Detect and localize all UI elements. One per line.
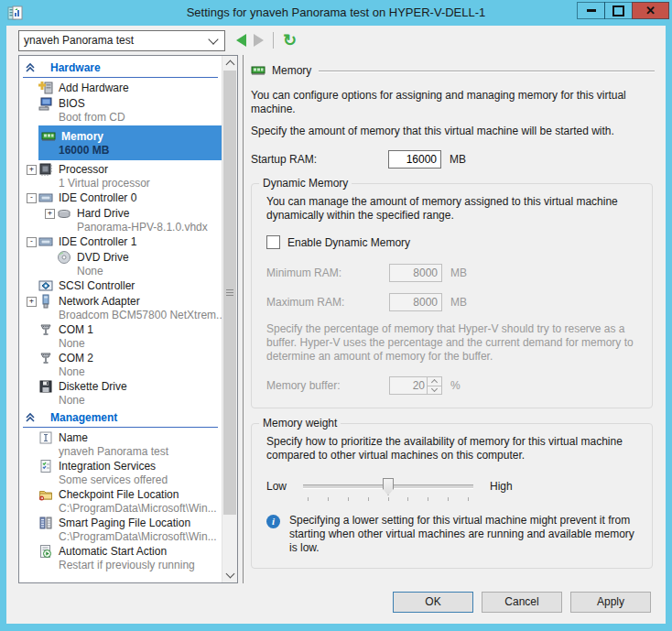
expand-toggle[interactable]: - xyxy=(27,237,38,247)
hard-drive-icon xyxy=(57,206,71,221)
forward-button[interactable] xyxy=(254,34,264,47)
memory-icon xyxy=(41,129,56,144)
item-label: Name xyxy=(59,431,88,444)
sidebar-item-bios[interactable]: BIOS xyxy=(27,96,222,111)
selected-row: Memory xyxy=(38,128,222,144)
slider-ticks xyxy=(308,497,469,501)
back-button[interactable] xyxy=(236,34,246,47)
item-sublabel: 1 Virtual processor xyxy=(59,177,222,190)
add-hardware-icon xyxy=(38,81,53,95)
section-label: Hardware xyxy=(50,61,101,74)
sidebar-item-add-hardware[interactable]: Add Hardware xyxy=(27,81,222,95)
maximum-ram-label: Maximum RAM: xyxy=(266,296,389,309)
item-label: Memory xyxy=(61,130,103,143)
scsi-controller-icon xyxy=(38,278,53,293)
sidebar-section-hardware[interactable]: Hardware xyxy=(23,60,218,78)
item-label: BIOS xyxy=(59,97,85,110)
checkpoint-folder-icon xyxy=(38,487,53,502)
sidebar-item-scsi-controller[interactable]: SCSI Controller xyxy=(27,278,222,293)
chevron-down-icon xyxy=(431,386,438,392)
startup-ram-label: Startup RAM: xyxy=(251,153,388,166)
minimum-ram-unit: MB xyxy=(450,267,467,279)
sidebar-item-checkpoint-file-location[interactable]: Checkpoint File Location xyxy=(27,487,222,502)
spinner-buttons xyxy=(427,377,441,394)
maximum-ram-unit: MB xyxy=(450,296,467,309)
scroll-down-button[interactable] xyxy=(222,568,237,582)
item-label: Processor xyxy=(59,163,108,176)
group-title: Memory weight xyxy=(259,417,341,430)
sidebar-item-diskette-drive[interactable]: Diskette Drive xyxy=(27,379,222,394)
sidebar-item-memory[interactable]: Memory 16000 MB xyxy=(38,125,222,160)
sidebar-section-management[interactable]: Management xyxy=(23,410,218,428)
sidebar-item-com2[interactable]: COM 2 xyxy=(27,351,222,365)
expand-toggle[interactable]: + xyxy=(45,209,57,219)
maximize-button[interactable] xyxy=(604,2,633,19)
vm-selector-value: ynaveh Panorama test xyxy=(24,34,210,47)
vm-selector-combobox[interactable]: ynaveh Panorama test xyxy=(18,30,225,51)
toolbar-separator xyxy=(273,32,274,49)
memory-buffer-row: Memory buffer: 20 % xyxy=(266,376,641,395)
settings-window: Settings for ynaveh Panorama test on HYP… xyxy=(0,0,672,631)
sidebar-item-network-adapter[interactable]: + Network Adapter xyxy=(27,294,222,309)
scrollbar-thumb[interactable] xyxy=(223,71,236,515)
item-label: IDE Controller 1 xyxy=(59,235,136,248)
slider-thumb[interactable] xyxy=(383,478,394,495)
sidebar-item-com1[interactable]: COM 1 xyxy=(27,322,222,337)
enable-dynamic-memory-checkbox[interactable] xyxy=(266,235,280,249)
item-sublabel: None xyxy=(59,337,222,350)
item-label: Integration Services xyxy=(59,460,156,473)
chevron-up-icon xyxy=(225,60,234,70)
diskette-icon xyxy=(38,379,53,394)
startup-ram-input[interactable] xyxy=(388,150,441,169)
sidebar-item-hard-drive[interactable]: + Hard Drive xyxy=(27,206,222,221)
close-button[interactable]: ✕ xyxy=(632,2,669,19)
com-port-icon xyxy=(38,322,53,337)
info-icon: i xyxy=(266,515,280,528)
item-label: IDE Controller 0 xyxy=(59,191,136,204)
expand-toggle[interactable]: - xyxy=(27,193,38,203)
sidebar-item-name[interactable]: Name xyxy=(27,430,222,445)
item-label: Hard Drive xyxy=(77,207,129,220)
apply-button[interactable]: Apply xyxy=(570,592,651,613)
cancel-button[interactable]: Cancel xyxy=(482,592,562,613)
header-rule xyxy=(319,71,655,71)
minimize-button[interactable] xyxy=(577,2,605,19)
memory-buffer-value: 20 xyxy=(390,377,427,394)
intro-text-1: You can configure options for assigning … xyxy=(251,89,655,116)
sidebar-item-ide-controller-1[interactable]: - IDE Controller 1 xyxy=(27,234,222,249)
expand-toggle[interactable]: + xyxy=(27,165,38,175)
item-label: Add Hardware xyxy=(59,82,129,94)
ok-button[interactable]: OK xyxy=(393,592,473,613)
slider-low-label: Low xyxy=(266,480,303,493)
hardware-tree: Hardware Add Hardware xyxy=(19,57,222,582)
sidebar-item-smart-paging-file-location[interactable]: Smart Paging File Location xyxy=(27,516,222,530)
item-sublabel: 16000 MB xyxy=(59,144,222,157)
minimum-ram-input xyxy=(389,264,442,282)
sidebar-item-integration-services[interactable]: Integration Services xyxy=(27,459,222,473)
startup-ram-row: Startup RAM: MB xyxy=(251,150,655,169)
dynamic-memory-description: You can manage the amount of memory assi… xyxy=(266,195,641,223)
window-controls: ✕ xyxy=(578,2,669,19)
memory-weight-description: Specify how to prioritize the availabili… xyxy=(266,435,641,462)
expand-toggle[interactable]: + xyxy=(27,297,38,307)
item-sublabel: ynaveh Panorama test xyxy=(59,445,222,458)
sidebar-item-processor[interactable]: + Processor xyxy=(27,162,222,177)
name-icon xyxy=(38,430,53,445)
sidebar-item-dvd-drive[interactable]: DVD Drive xyxy=(27,250,222,265)
memory-buffer-label: Memory buffer: xyxy=(266,379,389,392)
auto-start-icon xyxy=(38,544,53,559)
memory-buffer-description: Specify the percentage of memory that Hy… xyxy=(266,322,641,364)
memory-settings-panel: Memory You can configure options for ass… xyxy=(244,55,666,583)
memory-weight-slider[interactable] xyxy=(303,477,473,495)
maximum-ram-input xyxy=(389,293,442,311)
startup-ram-unit: MB xyxy=(450,153,466,166)
refresh-button[interactable]: ↻ xyxy=(283,32,297,49)
content-row: Hardware Add Hardware xyxy=(6,55,666,583)
sidebar-item-ide-controller-0[interactable]: - IDE Controller 0 xyxy=(27,190,222,205)
bios-icon xyxy=(38,96,53,111)
sidebar-scrollbar[interactable] xyxy=(222,56,237,582)
scroll-up-button[interactable] xyxy=(222,56,237,71)
item-sublabel: Broadcom BCM57800 NetXtrem... xyxy=(59,309,222,321)
item-sublabel: None xyxy=(59,394,222,407)
sidebar-item-automatic-start-action[interactable]: Automatic Start Action xyxy=(27,544,222,559)
